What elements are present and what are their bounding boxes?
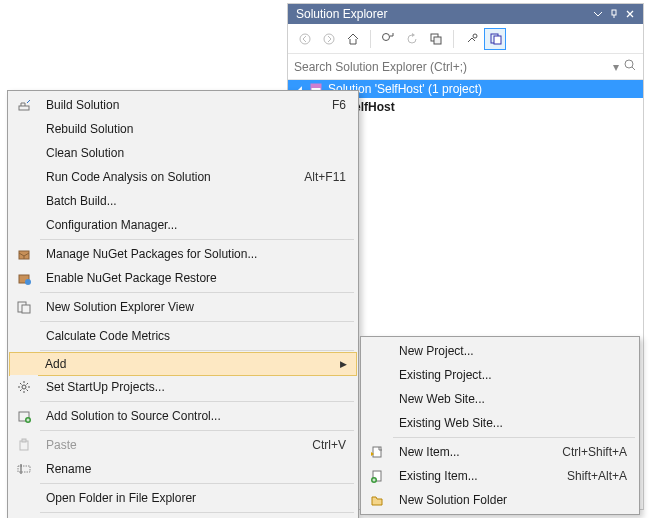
refresh-icon[interactable] xyxy=(401,28,423,50)
panel-pin-icon[interactable] xyxy=(609,9,619,19)
existing-item-icon xyxy=(363,464,391,488)
svg-rect-6 xyxy=(434,37,441,44)
svg-rect-0 xyxy=(612,10,616,15)
svg-rect-15 xyxy=(19,106,29,110)
search-icon[interactable] xyxy=(623,58,637,75)
menu-rename[interactable]: Rename xyxy=(10,457,356,481)
submenu-existing-item[interactable]: Existing Item... Shift+Alt+A xyxy=(363,464,637,488)
back-icon[interactable] xyxy=(294,28,316,50)
svg-point-18 xyxy=(25,279,31,285)
menu-config-manager[interactable]: Configuration Manager... xyxy=(10,213,356,237)
search-input[interactable] xyxy=(294,60,609,74)
submenu-existing-website[interactable]: Existing Web Site... xyxy=(363,411,637,435)
submenu-arrow-icon: ▶ xyxy=(340,359,347,369)
panel-dropdown-icon[interactable] xyxy=(593,9,603,19)
collapse-all-icon[interactable] xyxy=(425,28,447,50)
svg-rect-8 xyxy=(494,36,501,44)
submenu-new-website[interactable]: New Web Site... xyxy=(363,387,637,411)
panel-title-text: Solution Explorer xyxy=(296,7,593,21)
svg-line-10 xyxy=(632,67,635,70)
sync-icon[interactable] xyxy=(377,28,399,50)
forward-icon[interactable] xyxy=(318,28,340,50)
gear-icon xyxy=(10,375,38,399)
panel-titlebar: Solution Explorer xyxy=(288,4,643,24)
svg-rect-25 xyxy=(22,439,26,442)
search-bar[interactable]: ▾ xyxy=(288,54,643,80)
menu-build-solution[interactable]: Build Solution F6 xyxy=(10,93,356,117)
svg-point-3 xyxy=(324,34,334,44)
submenu-existing-project[interactable]: Existing Project... xyxy=(363,363,637,387)
rename-icon xyxy=(10,457,38,481)
submenu-new-item[interactable]: New Item... Ctrl+Shift+A xyxy=(363,440,637,464)
build-icon xyxy=(10,93,38,117)
menu-clean-solution[interactable]: Clean Solution xyxy=(10,141,356,165)
svg-rect-26 xyxy=(18,466,30,472)
new-view-icon xyxy=(10,295,38,319)
menu-manage-nuget[interactable]: Manage NuGet Packages for Solution... xyxy=(10,242,356,266)
paste-icon xyxy=(10,433,38,457)
menu-new-explorer-view[interactable]: New Solution Explorer View xyxy=(10,295,356,319)
nuget-restore-icon xyxy=(10,266,38,290)
search-dropdown-icon[interactable]: ▾ xyxy=(609,60,623,74)
svg-rect-28 xyxy=(373,447,381,457)
panel-close-icon[interactable] xyxy=(625,9,635,19)
properties-icon[interactable] xyxy=(460,28,482,50)
menu-rebuild-solution[interactable]: Rebuild Solution xyxy=(10,117,356,141)
solution-context-menu: Build Solution F6 Rebuild Solution Clean… xyxy=(7,90,359,518)
menu-open-folder[interactable]: Open Folder in File Explorer xyxy=(10,486,356,510)
panel-toolbar xyxy=(288,24,643,54)
menu-enable-nuget-restore[interactable]: Enable NuGet Package Restore xyxy=(10,266,356,290)
add-submenu: New Project... Existing Project... New W… xyxy=(360,336,640,515)
svg-point-9 xyxy=(625,60,633,68)
menu-add-to-source-control[interactable]: Add Solution to Source Control... xyxy=(10,404,356,428)
svg-point-4 xyxy=(383,33,390,40)
menu-add[interactable]: Add ▶ xyxy=(9,352,357,376)
menu-set-startup[interactable]: Set StartUp Projects... xyxy=(10,375,356,399)
svg-rect-12 xyxy=(311,84,321,88)
home-icon[interactable] xyxy=(342,28,364,50)
submenu-new-solution-folder[interactable]: New Solution Folder xyxy=(363,488,637,512)
svg-point-2 xyxy=(300,34,310,44)
submenu-new-project[interactable]: New Project... xyxy=(363,339,637,363)
menu-calculate-metrics[interactable]: Calculate Code Metrics xyxy=(10,324,356,348)
menu-code-analysis[interactable]: Run Code Analysis on Solution Alt+F11 xyxy=(10,165,356,189)
svg-point-21 xyxy=(22,385,26,389)
new-folder-icon xyxy=(363,488,391,512)
new-item-icon xyxy=(363,440,391,464)
show-all-files-icon[interactable] xyxy=(484,28,506,50)
menu-batch-build[interactable]: Batch Build... xyxy=(10,189,356,213)
svg-rect-20 xyxy=(22,305,30,313)
source-control-icon xyxy=(10,404,38,428)
menu-paste: Paste Ctrl+V xyxy=(10,433,356,457)
nuget-icon xyxy=(10,242,38,266)
